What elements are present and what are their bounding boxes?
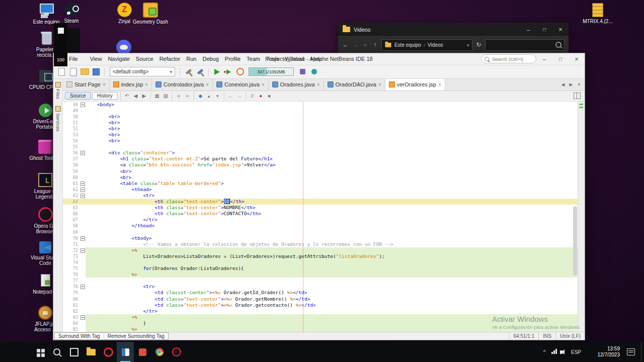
code-text[interactable]: </thead> [86,223,578,229]
line-number[interactable]: 82 [63,308,79,314]
line-number[interactable]: 78 [63,284,79,290]
up-button[interactable] [371,41,378,48]
taskbar-search-button[interactable] [48,342,65,362]
code-line[interactable]: 54 <br> [63,138,578,144]
line-number[interactable]: 85 [63,326,79,332]
shift-left-icon[interactable] [227,93,234,99]
line-number[interactable]: 53 [63,132,79,138]
comment-icon[interactable] [249,93,256,99]
code-text[interactable]: <th class="text-center">ID</th> [86,199,578,205]
code-text[interactable]: %> [86,326,578,332]
code-line[interactable]: 52 <br> [63,126,578,132]
scroll-tabs-right-icon[interactable] [568,82,575,87]
code-line[interactable]: 85 %> [63,326,578,332]
line-number[interactable]: 79 [63,290,79,296]
code-line[interactable]: 77 [63,278,578,284]
code-line[interactable]: 84 } [63,320,578,326]
code-text[interactable]: </tr> [86,217,578,223]
code-text[interactable]: <br> [86,168,578,174]
forward-button[interactable] [352,41,358,48]
fold-gutter[interactable] [79,284,86,290]
close-icon[interactable] [103,82,106,87]
line-number[interactable]: 66 [63,211,79,217]
code-line[interactable]: 56 <div class="container"> [63,150,578,156]
recent-locations-icon[interactable] [362,41,368,48]
maximize-button[interactable] [536,23,552,36]
code-text[interactable]: <% [86,247,578,253]
line-number[interactable]: 65 [63,205,79,211]
fold-gutter[interactable] [79,314,86,320]
code-text[interactable]: <br> [86,126,578,132]
code-text[interactable]: <thead> [86,187,578,193]
line-number[interactable]: 52 [63,126,79,132]
fold-marker-icon[interactable] [80,285,85,289]
code-text[interactable]: <th class="text-center">CONTACTO</th> [86,211,578,217]
previous-bookmark-icon[interactable] [205,93,213,99]
minimize-button[interactable] [536,53,552,65]
code-text[interactable]: <td class="text-center"><%= Orador.getco… [86,302,578,308]
change-mark[interactable] [579,104,583,105]
code-text[interactable]: <br> [86,114,578,120]
code-line[interactable]: 65 <th class="text-center">NOMBRE</th> [63,205,578,211]
taskbar-app[interactable] [134,342,151,362]
line-number[interactable]: 60 [63,174,79,180]
line-number[interactable]: 55 [63,144,79,150]
panel-tab-services[interactable]: Services [55,106,61,131]
split-editor-icon[interactable] [574,93,581,99]
menu-file[interactable]: File [66,56,81,62]
tab-oradores-java[interactable]: Oradores.java [269,79,324,90]
line-number[interactable]: 70 [63,235,79,241]
line-number[interactable]: 81 [63,302,79,308]
open-project-button[interactable] [79,67,90,77]
fold-gutter[interactable] [79,247,86,253]
code-line[interactable]: 53 <br> [63,132,578,138]
close-button[interactable] [552,23,569,36]
ide-search-box[interactable] [481,54,536,63]
ide-search-input[interactable] [491,56,528,62]
desktop-icon-mtrix[interactable]: MTRIX.4.(2... [579,3,617,24]
code-text[interactable]: <td class="text-center"><%= Orador.getNo… [86,296,578,302]
tab-controlador-java[interactable]: Controlador.java [152,79,213,90]
line-number[interactable]: 69 [63,229,79,235]
tab-index-jsp[interactable]: index.jsp [110,79,152,90]
task-view-button[interactable] [65,342,83,362]
menu-view[interactable]: View [87,56,105,62]
code-text[interactable]: <body> [86,102,578,108]
config-dropdown[interactable]: <default config> [110,67,175,76]
close-button[interactable] [569,53,585,65]
source-view-button[interactable]: Source [65,92,91,100]
code-line[interactable]: 60 <br> [63,174,578,180]
code-text[interactable]: <h1 class="text-center mt-2">Sé parte de… [86,156,578,162]
line-number[interactable]: 51 [63,120,79,126]
line-number[interactable]: 49 [63,108,79,114]
editor-hints[interactable]: Surround With Tag Remove Surrounding Tag [54,332,169,340]
volume-tray-icon[interactable] [560,350,562,354]
code-text[interactable]: <br> [86,138,578,144]
save-all-button[interactable] [91,67,101,77]
start-button[interactable] [31,342,48,362]
code-line[interactable]: 51 <br> [63,120,578,126]
fold-marker-icon[interactable] [80,103,85,107]
tab-list-icon[interactable] [576,82,583,87]
close-icon[interactable] [317,82,320,87]
last-edit-icon[interactable] [123,93,131,99]
close-icon[interactable] [145,82,148,87]
stop-macro-icon[interactable] [266,93,273,99]
menu-source[interactable]: Source [133,56,156,62]
line-number[interactable]: 84 [63,320,79,326]
network-icon[interactable] [551,352,553,354]
line-number[interactable]: 72 [63,247,79,253]
tab-start-page[interactable]: Start Page [63,79,110,90]
code-line[interactable]: 48 <body> [63,102,578,108]
fold-gutter[interactable] [79,150,86,156]
code-editor[interactable]: 48 <body>4950 <br>51 <br>52 <br>53 <br>5… [63,102,585,332]
breadcrumb-root[interactable]: Este equipo [394,42,421,48]
netbeans-title-bar[interactable]: File View Navigate Source Refactor Run D… [53,53,585,65]
code-line[interactable]: 64 <th class="text-center">ID</th> [63,199,578,205]
line-number[interactable]: 59 [63,168,79,174]
code-line[interactable]: 72 <% [63,247,578,253]
code-line[interactable]: 67 </tr> [63,217,578,223]
code-line[interactable]: 50 <br> [63,114,578,120]
code-text[interactable]: List<Oradores>ListaOradores = (List<Orad… [86,253,578,259]
fold-marker-icon[interactable] [80,182,85,186]
